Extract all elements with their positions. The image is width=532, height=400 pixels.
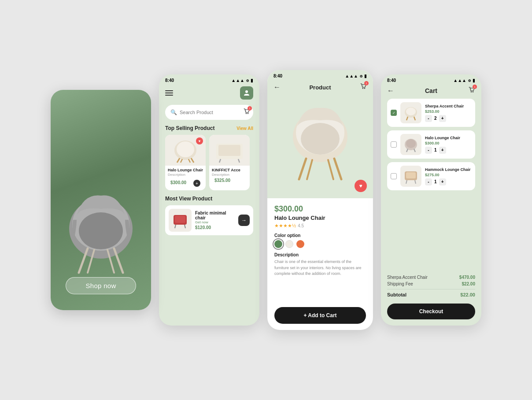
qty-ctrl-2: - 1 + (425, 147, 472, 154)
add-button-1[interactable]: + (193, 180, 200, 187)
svg-line-14 (181, 159, 182, 163)
product-footer-1: $300.00 + (168, 178, 203, 187)
svg-line-29 (299, 159, 306, 179)
cart-back-button[interactable]: ← (387, 87, 394, 95)
product-card-2: KINFFICT Acce Description $325.00 (209, 135, 250, 190)
color-white[interactable] (285, 240, 293, 248)
cart-item-price-2: $300.00 (425, 141, 472, 145)
view-all-button[interactable]: View All (236, 126, 253, 131)
svg-line-22 (175, 225, 176, 228)
most-view-price: $120.00 (195, 225, 235, 230)
qty-plus-2[interactable]: + (439, 147, 446, 154)
product-price-1: $300.00 (170, 180, 186, 185)
svg-point-36 (406, 107, 416, 115)
svg-line-37 (406, 117, 408, 120)
color-option-label: Color option (274, 233, 366, 238)
most-view-img (169, 209, 192, 232)
star-icons: ★★★★½ (274, 223, 296, 229)
summary-divider (387, 289, 475, 289)
cart-status-time: 8:40 (387, 78, 396, 83)
product-cart-button[interactable]: 1 (360, 83, 367, 92)
cart-header: ← Cart 1 (381, 84, 481, 99)
most-view-card: Fabric minimal chair Get now $120.00 → (165, 205, 253, 235)
cart-item-price-3: $275.00 (425, 173, 472, 177)
cart-item-name-2: Halo Lounge Chair (425, 136, 472, 140)
arrow-button[interactable]: → (238, 215, 250, 226)
sherpa-label: Sherpa Accent Chair (387, 275, 428, 280)
status-time: 8:40 (165, 78, 174, 83)
cart-icon-button[interactable]: 1 (243, 108, 250, 117)
battery-icon: ▮ (251, 78, 253, 83)
svg-line-18 (219, 159, 221, 163)
cart-wifi-icon: ⌾ (468, 78, 471, 83)
product-status-bar: 8:40 ▲▲▲ ⌾ ▮ (267, 70, 373, 79)
product-detail-title: Product (309, 84, 331, 91)
cart-header-icon[interactable]: 1 (468, 86, 475, 95)
qty-minus-2[interactable]: - (425, 147, 432, 154)
product-price-2: $325.00 (214, 178, 230, 183)
product-cart-badge: 1 (364, 81, 369, 85)
avatar-button[interactable] (240, 86, 253, 100)
product-status-icons: ▲▲▲ ⌾ ▮ (345, 74, 367, 78)
cart-items-list: ✓ Sherpa Accent Chair $253.00 - 2 + (381, 99, 481, 272)
nav-bar (159, 84, 259, 103)
qty-plus-1[interactable]: + (439, 115, 446, 122)
product-detail-body: $300.00 Halo Lounge Chair ★★★★½ 4.5 Colo… (267, 198, 373, 304)
svg-point-33 (471, 91, 472, 92)
color-green[interactable] (274, 240, 282, 248)
qty-num-3: 1 (434, 179, 437, 184)
cart-checkbox-1[interactable]: ✓ (391, 110, 397, 116)
product-chair-illustration (285, 95, 355, 183)
cart-header-badge: 1 (473, 85, 477, 89)
svg-point-2 (79, 212, 123, 249)
svg-point-11 (177, 141, 194, 157)
product-grid: ♥ Halo Lounge Chair Description $300.00 … (159, 135, 259, 195)
cart-checkbox-2[interactable] (391, 141, 397, 148)
product-detail-price: $300.00 (274, 204, 366, 214)
hamburger-icon[interactable] (165, 90, 173, 96)
screen-product: 8:40 ▲▲▲ ⌾ ▮ ← Product 1 (267, 70, 373, 330)
product-detail-nav: ← Product 1 (267, 83, 373, 92)
qty-minus-3[interactable]: - (425, 178, 432, 185)
subtotal-value: $22.00 (460, 292, 475, 297)
svg-line-42 (414, 149, 415, 152)
qty-ctrl-3: - 1 + (425, 178, 472, 185)
cart-item-img-2 (400, 134, 421, 155)
svg-point-8 (246, 113, 247, 114)
qty-plus-3[interactable]: + (439, 178, 446, 185)
svg-line-32 (328, 160, 333, 179)
qty-minus-1[interactable]: - (425, 115, 432, 122)
add-to-cart-button[interactable]: + Add to Cart (274, 307, 366, 324)
qty-num-1: 2 (434, 116, 437, 121)
svg-line-38 (414, 117, 415, 120)
svg-line-41 (406, 149, 408, 152)
svg-point-40 (406, 139, 416, 148)
most-view-info: Fabric minimal chair Get now $120.00 (195, 211, 235, 230)
cart-checkbox-3[interactable] (391, 173, 397, 179)
svg-rect-44 (406, 172, 416, 178)
product-card-1: ♥ Halo Lounge Chair Description $300.00 … (165, 135, 206, 190)
cart-item-name-1: Sherpa Accent Chair (425, 104, 472, 108)
top-selling-title: Top Selling Product (165, 125, 214, 131)
svg-line-15 (188, 159, 190, 163)
hero-chair-illustration (63, 180, 138, 277)
color-orange[interactable] (296, 240, 304, 248)
svg-line-23 (185, 225, 185, 228)
shop-now-button[interactable]: Shop now (66, 277, 136, 294)
svg-line-19 (238, 159, 240, 163)
cart-badge: 1 (248, 106, 252, 111)
signal-icon: ▲▲▲ (231, 78, 244, 83)
search-icon: 🔍 (170, 109, 177, 115)
sherpa-summary-row: Sherpa Accent Chair $470.00 (387, 275, 475, 280)
stars-row: ★★★★½ 4.5 (274, 223, 366, 229)
search-input[interactable] (180, 110, 240, 115)
back-button[interactable]: ← (273, 83, 281, 91)
product-heart-button[interactable]: ♥ (355, 180, 367, 192)
checkout-button[interactable]: Checkout (387, 304, 475, 319)
status-bar: 8:40 ▲▲▲ ⌾ ▮ (159, 74, 259, 84)
cart-item-3: Hammock Lounge Chair $275.00 - 1 + (387, 162, 475, 190)
svg-line-30 (334, 159, 341, 179)
svg-line-13 (191, 158, 194, 163)
most-view-name: Fabric minimal chair (195, 211, 235, 220)
cart-battery-icon: ▮ (473, 78, 475, 83)
